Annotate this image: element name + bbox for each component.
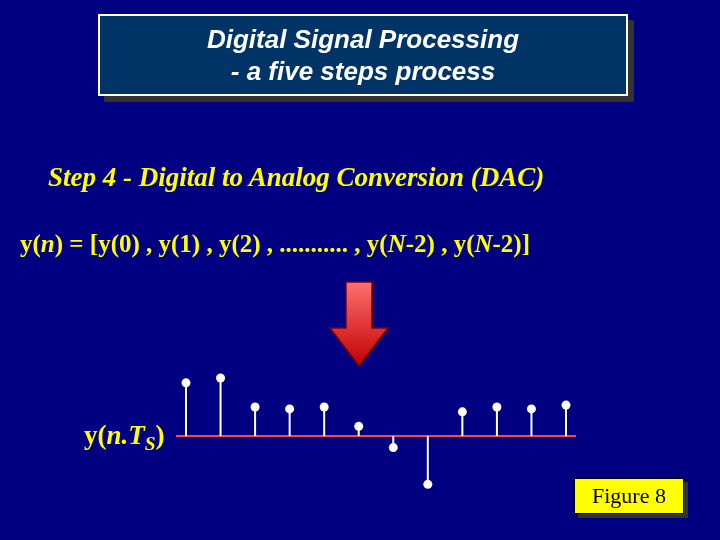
- step-heading: Step 4 - Digital to Analog Conversion (D…: [48, 162, 544, 193]
- title-line-2: - a five steps process: [231, 55, 495, 88]
- sample-dot: [320, 403, 329, 412]
- ynts-n: n.T: [107, 420, 145, 450]
- sample-dot: [423, 480, 432, 489]
- sample-dot: [216, 374, 225, 383]
- sample-dot: [354, 422, 363, 431]
- ynts-y: y(: [84, 420, 107, 450]
- eq-n: n: [41, 230, 55, 257]
- eq-terms: y(0) , y(1) , y(2) , ........... , y(: [98, 230, 388, 257]
- ynts-close: ): [156, 420, 165, 450]
- sample-dot: [458, 407, 467, 416]
- down-arrow-icon: [328, 280, 390, 374]
- sample-dot: [562, 401, 571, 410]
- sample-dot: [492, 403, 501, 412]
- ynts-sub: S: [145, 433, 156, 454]
- eq-mid1: -2) , y(: [406, 230, 475, 257]
- title-line-1: Digital Signal Processing: [207, 23, 519, 56]
- sample-dot: [389, 443, 398, 452]
- figure-badge: Figure 8: [574, 478, 684, 514]
- title-box: Digital Signal Processing - a five steps…: [98, 14, 628, 96]
- sample-dot: [251, 403, 260, 412]
- ynts-label: y(n.TS): [84, 420, 165, 455]
- sample-dot: [527, 404, 536, 413]
- eq-y: y(: [20, 230, 41, 257]
- sample-dot: [285, 404, 294, 413]
- stem-plot: [176, 370, 576, 500]
- equation-line: y(n) = [y(0) , y(1) , y(2) , ...........…: [20, 230, 530, 258]
- eq-close-lhs: ) = [: [55, 230, 98, 257]
- eq-tail: -2)]: [493, 230, 530, 257]
- figure-label: Figure 8: [592, 483, 666, 509]
- eq-N-b: N: [474, 230, 492, 257]
- sample-dot: [182, 378, 191, 387]
- eq-N-a: N: [388, 230, 406, 257]
